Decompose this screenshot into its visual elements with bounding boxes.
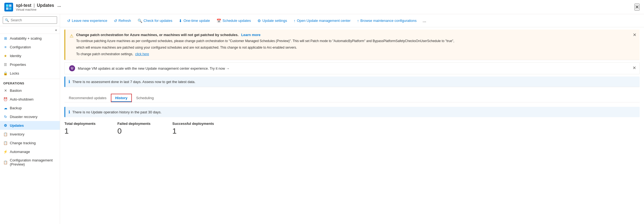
sidebar-item-bastion[interactable]: ✕ Bastion bbox=[0, 86, 60, 95]
learn-more-link[interactable]: Learn more bbox=[241, 33, 260, 37]
sidebar-item-identity[interactable]: ★ Identity bbox=[0, 51, 60, 60]
sidebar-item-config-management[interactable]: 📋 Configuration management (Preview) bbox=[0, 156, 60, 169]
sidebar-label-backup: Backup bbox=[10, 106, 22, 110]
settings-icon: ⚙ bbox=[257, 19, 261, 23]
sidebar-search-section: 🔍 bbox=[0, 14, 60, 26]
refresh-label: Refresh bbox=[118, 19, 131, 23]
sidebar-label-config-management: Configuration management (Preview) bbox=[10, 158, 57, 166]
sidebar-item-autoshutdown[interactable]: ⏰ Auto-shutdown bbox=[0, 95, 60, 104]
sidebar-item-updates[interactable]: ⚙ Updates bbox=[0, 121, 60, 130]
stat-total-label: Total deployments bbox=[64, 122, 96, 126]
operations-section-header: Operations bbox=[0, 79, 60, 86]
stat-successful-value: 1 bbox=[172, 127, 214, 135]
svg-rect-3 bbox=[9, 7, 11, 10]
sidebar-item-availability[interactable]: ⊞ Availability + scaling bbox=[0, 34, 60, 43]
properties-icon: ☰ bbox=[3, 62, 8, 67]
stat-failed-label: Failed deployments bbox=[117, 122, 150, 126]
sidebar-label-bastion: Bastion bbox=[10, 89, 22, 93]
sidebar-label-locks: Locks bbox=[10, 71, 19, 75]
svg-rect-0 bbox=[6, 4, 8, 7]
no-history-icon: ℹ bbox=[69, 110, 70, 114]
app-logo bbox=[4, 3, 13, 11]
warning-close-button[interactable]: ✕ bbox=[633, 32, 636, 37]
calendar-icon: 📅 bbox=[216, 19, 221, 23]
sidebar-top-items: ⊞ Availability + scaling ≡ Configuration… bbox=[0, 34, 60, 78]
promo-text: Manage VM updates at scale with the new … bbox=[78, 66, 230, 70]
check-updates-button[interactable]: 🔍 Check for updates bbox=[135, 17, 175, 24]
bastion-icon: ✕ bbox=[3, 88, 8, 93]
sidebar-item-locks[interactable]: 🔒 Locks bbox=[0, 69, 60, 78]
promo-close-button[interactable]: ✕ bbox=[633, 65, 636, 70]
sidebar-label-properties: Properties bbox=[10, 63, 26, 67]
settings-label: Update settings bbox=[262, 19, 287, 23]
one-time-label: One-time update bbox=[183, 19, 210, 23]
change-tracking-icon: 📋 bbox=[3, 141, 8, 145]
info-icon: ℹ bbox=[69, 79, 70, 84]
sidebar-item-backup[interactable]: ☁ Backup bbox=[0, 104, 60, 112]
leave-icon: ↺ bbox=[67, 19, 70, 23]
inventory-icon: 📋 bbox=[3, 132, 8, 136]
click-here-link[interactable]: click here bbox=[135, 52, 149, 56]
sidebar-item-change-tracking[interactable]: 📋 Change tracking bbox=[0, 138, 60, 147]
sidebar-label-availability: Availability + scaling bbox=[10, 36, 41, 40]
update-settings-button[interactable]: ⚙ Update settings bbox=[255, 17, 290, 24]
warning-body-1: To continue patching Azure machines as p… bbox=[76, 39, 635, 43]
config-mgmt-icon: 📋 bbox=[3, 160, 8, 164]
svg-rect-1 bbox=[9, 4, 11, 7]
tab-history[interactable]: History bbox=[111, 94, 132, 102]
sidebar-item-configuration[interactable]: ≡ Configuration bbox=[0, 43, 60, 51]
promo-banner: U Manage VM updates at scale with the ne… bbox=[64, 62, 640, 74]
open-icon: ↑ bbox=[293, 19, 295, 23]
warning-body-3: To change patch orchestration settings, … bbox=[76, 52, 635, 57]
sidebar-item-automanage[interactable]: ⚡ Automanage bbox=[0, 147, 60, 156]
header-title: spl-test | Updates ... Virtual machine bbox=[16, 3, 61, 11]
assessment-text: There is no assessment done in last 7 da… bbox=[72, 80, 195, 84]
sidebar-label-change-tracking: Change tracking bbox=[10, 141, 36, 145]
refresh-icon: ↺ bbox=[114, 19, 117, 23]
stat-successful-label: Successful deployments bbox=[172, 122, 214, 126]
sidebar-item-disaster-recovery[interactable]: ↻ Disaster recovery bbox=[0, 112, 60, 121]
search-input[interactable] bbox=[3, 16, 57, 24]
open-label: Open Update management center bbox=[297, 19, 351, 23]
stat-total-value: 1 bbox=[64, 127, 96, 135]
resource-name: spl-test bbox=[16, 3, 31, 8]
stat-total-deployments: Total deployments 1 bbox=[64, 122, 96, 135]
browse-maintenance-button[interactable]: ↑ Browse maintenance configurations bbox=[354, 17, 419, 24]
collapse-button[interactable]: « bbox=[0, 26, 60, 34]
svg-rect-2 bbox=[6, 7, 8, 10]
resource-name-bar: spl-test | Updates ... bbox=[16, 3, 61, 8]
sidebar-label-inventory: Inventory bbox=[10, 132, 24, 136]
warning-title: Change patch orchestration for Azure mac… bbox=[76, 33, 635, 37]
main-content: ↺ Leave new experience ↺ Refresh 🔍 Check… bbox=[60, 14, 644, 224]
warning-content: Change patch orchestration for Azure mac… bbox=[76, 33, 635, 57]
promo-icon: U bbox=[69, 65, 75, 71]
warning-icon: ⚠ bbox=[70, 33, 73, 39]
warning-banner: ⚠ Change patch orchestration for Azure m… bbox=[64, 30, 640, 60]
warning-body-2: which will ensure machines are patched u… bbox=[76, 45, 635, 50]
close-button[interactable]: ✕ bbox=[634, 4, 640, 11]
browse-label: Browse maintenance configurations bbox=[360, 19, 417, 23]
open-management-center-button[interactable]: ↑ Open Update management center bbox=[291, 17, 353, 24]
locks-icon: 🔒 bbox=[3, 71, 8, 75]
sidebar-label-autoshutdown: Auto-shutdown bbox=[10, 97, 34, 101]
stats-row: Total deployments 1 Failed deployments 0… bbox=[64, 122, 640, 135]
one-time-update-button[interactable]: ⬇ One-time update bbox=[176, 17, 213, 24]
refresh-button[interactable]: ↺ Refresh bbox=[111, 17, 134, 24]
tabs-container: Recommended updates History Scheduling bbox=[64, 94, 640, 102]
sidebar-label-identity: Identity bbox=[10, 54, 21, 58]
schedule-label: Schedule updates bbox=[222, 19, 251, 23]
disaster-recovery-icon: ↻ bbox=[3, 114, 8, 119]
sidebar-label-automanage: Automanage bbox=[10, 150, 30, 154]
sidebar-item-properties[interactable]: ☰ Properties bbox=[0, 60, 60, 69]
more-dots[interactable]: ... bbox=[57, 3, 61, 8]
schedule-updates-button[interactable]: 📅 Schedule updates bbox=[214, 17, 254, 24]
sidebar-item-inventory[interactable]: 📋 Inventory bbox=[0, 130, 60, 138]
content-area: ⚠ Change patch orchestration for Azure m… bbox=[60, 27, 644, 224]
tab-recommended-updates[interactable]: Recommended updates bbox=[64, 94, 111, 102]
sidebar-label-updates: Updates bbox=[10, 123, 24, 128]
tab-scheduling[interactable]: Scheduling bbox=[132, 94, 158, 102]
check-icon: 🔍 bbox=[138, 19, 142, 23]
toolbar: ↺ Leave new experience ↺ Refresh 🔍 Check… bbox=[60, 14, 644, 27]
leave-new-experience-button[interactable]: ↺ Leave new experience bbox=[64, 17, 110, 24]
more-options-button[interactable]: ... bbox=[420, 17, 428, 25]
